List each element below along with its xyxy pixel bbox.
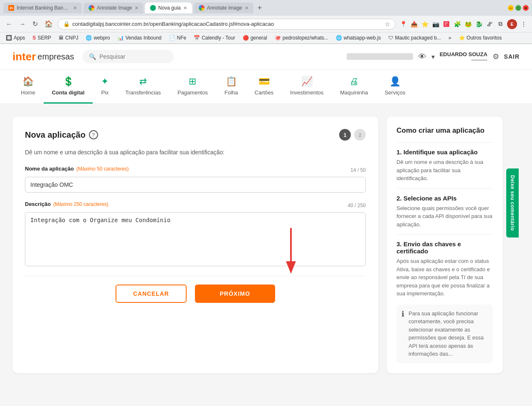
tab-nova-guia[interactable]: Nova guia ✕ [145, 2, 192, 13]
description-label: Descrição (Máximo 250 caracteres) [25, 201, 108, 207]
nav-item-folha[interactable]: 📋 Folha [216, 69, 246, 104]
nav-item-cartoes[interactable]: 💳 Cartões [246, 69, 282, 104]
bookmark-vendas[interactable]: 📊 Vendas Inbound [116, 34, 163, 42]
address-bar[interactable]: 🔒 contadigitalpj.bancointer.com.br/openB… [58, 19, 396, 30]
nav-label-folha: Folha [224, 89, 238, 96]
header-right: 👁 ▾ EDUARDO SOUZA •••••••••• ⚙ SAIR [347, 51, 520, 62]
feedback-tab[interactable]: Deixe seu comentário [506, 168, 519, 238]
tab-close-annotate2[interactable]: ✕ [245, 5, 249, 11]
search-input[interactable] [99, 53, 158, 60]
nav-label-pix: Pix [101, 89, 108, 96]
bookmark-webpro[interactable]: 🌐 webpro [84, 34, 111, 42]
nav-label-investimentos: Investimentos [290, 89, 323, 96]
pagamentos-icon: ⊞ [189, 76, 196, 87]
tab-favicon-nova [150, 5, 156, 11]
home-nav-button[interactable]: 🏠 [43, 18, 54, 30]
tab-close-nova[interactable]: ✕ [183, 5, 187, 11]
bookmark-nfe[interactable]: 📄 NFe [167, 34, 188, 42]
nav-item-transferencias[interactable]: ⇄ Transferências [117, 69, 169, 104]
description-textarea[interactable]: Integração com o Organize meu Condomínio [25, 212, 366, 266]
extension1-icon[interactable]: 🧩 [453, 20, 461, 28]
extension3-icon[interactable]: 🐉 [475, 20, 483, 28]
cnpj-favicon: 🏛 [59, 35, 64, 41]
sidebar-step-3-title: 3. Envio das chaves e certificado [397, 240, 493, 255]
extension4-icon[interactable]: 🖇 [485, 20, 494, 28]
tab-favicon-annotate2 [199, 5, 204, 11]
user-sub: •••••••••• [440, 57, 488, 62]
app-name-char-count: 14 / 50 [350, 167, 366, 173]
maximize-button[interactable]: □ [515, 5, 521, 11]
tab-annotate-image-1[interactable]: Annotate Image ✕ [84, 2, 143, 13]
chevron-down-icon[interactable]: ▾ [431, 53, 435, 61]
close-button[interactable]: ✕ [523, 5, 529, 11]
tab-close-internet[interactable]: ✕ [73, 5, 77, 11]
bookmark-more[interactable]: » [447, 34, 453, 42]
bookmark-cnpj[interactable]: 🏛 CNPJ [57, 34, 80, 42]
folha-icon: 📋 [226, 76, 237, 87]
tab-favicon-inter: in [8, 5, 14, 11]
bookmark-serp[interactable]: S SERP [31, 34, 53, 42]
nav-label-conta: Conta digital [52, 89, 85, 96]
nfe-label: NFe [177, 35, 187, 41]
nav-item-servicos[interactable]: 👤 Serviços [376, 69, 414, 104]
sidebar-step-2-title: 2. Selecione as APIs [397, 195, 493, 202]
new-tab-button[interactable]: + [255, 4, 265, 12]
webpro-label: webpro [94, 35, 110, 41]
bookmark-whatsapp[interactable]: 🌐 whatsapp-web.js [334, 34, 382, 42]
tab-internet-banking[interactable]: in Internet Banking Banco Inter ✕ [3, 2, 82, 13]
nav-item-pagamentos[interactable]: ⊞ Pagamentos [169, 69, 216, 104]
cancel-button[interactable]: CANCELAR [116, 285, 187, 303]
bookmark-mautic[interactable]: 🛡 Mautic packaged b... [387, 34, 443, 42]
outros-favicon: ⭐ [459, 35, 465, 41]
nav-label-maquininha: Maquininha [340, 89, 368, 96]
extension2-icon[interactable]: 🐸 [464, 20, 472, 28]
settings-icon[interactable]: ⚙ [493, 52, 499, 61]
location-icon[interactable]: 📍 [399, 20, 407, 28]
profile-avatar[interactable]: E [507, 19, 517, 29]
toggle-visibility-icon[interactable]: 👁 [418, 52, 426, 62]
step-dot-2: 2 [354, 129, 366, 141]
bookmark-apps[interactable]: 🔲 Apps [4, 34, 27, 42]
back-button[interactable]: ← [4, 19, 14, 30]
share-icon[interactable]: 📤 [410, 20, 418, 28]
logout-button[interactable]: SAIR [504, 53, 520, 60]
pocket-icon[interactable]: 🅿 [442, 20, 451, 28]
app-name-input[interactable] [25, 177, 366, 193]
nav-item-investimentos[interactable]: 📈 Investimentos [282, 69, 332, 104]
sidebar-step-2-text: Selecione quais permissões você quer for… [397, 204, 493, 229]
nav-item-maquininha[interactable]: 🖨 Maquininha [332, 69, 376, 104]
reload-button[interactable]: ↻ [31, 18, 39, 30]
bookmark-star-icon[interactable]: ☆ [385, 21, 390, 27]
sidebar-card: Como criar uma aplicação 1. Identifique … [387, 116, 503, 373]
nav-item-conta[interactable]: 💲 Conta digital [44, 69, 93, 104]
bookmark-calendly[interactable]: 📅 Calendly - Tour [192, 34, 236, 42]
next-button[interactable]: PRÓXIMO [195, 285, 275, 303]
menu-icon[interactable]: ⋮ [520, 20, 528, 28]
instagram-icon[interactable]: 📷 [431, 20, 440, 28]
bookmark-pedroslopez[interactable]: 🐙 pedroslopez/whats... [273, 34, 330, 42]
extensions-icon[interactable]: ⧉ [496, 20, 505, 28]
tab-close-annotate1[interactable]: ✕ [135, 5, 138, 11]
form-card: Nova aplicação ? 1 2 Dê um nome e uma de… [12, 116, 378, 373]
minimize-button[interactable]: ─ [508, 5, 514, 11]
help-icon[interactable]: ? [89, 130, 98, 139]
info-icon: ℹ [401, 309, 404, 358]
sidebar-divider-3 [397, 234, 493, 235]
tab-annotate-image-2[interactable]: Annotate Image ✕ [194, 2, 254, 13]
step-dot-1: 1 [339, 129, 351, 141]
search-box[interactable]: 🔍 [82, 50, 174, 63]
nav-item-pix[interactable]: ✦ Pix [93, 69, 117, 104]
home-nav-icon: 🏠 [22, 76, 34, 87]
step-indicators: 1 2 [339, 129, 366, 141]
forward-button[interactable]: → [17, 19, 27, 30]
bookmark-general[interactable]: 🔴 general [241, 34, 269, 42]
bookmark-outros[interactable]: ⭐ Outros favoritos [457, 34, 504, 42]
sidebar-step-1-title: 1. Identifique sua aplicação [397, 149, 493, 156]
nav-label-transferencias: Transferências [125, 89, 161, 96]
servicos-icon: 👤 [389, 76, 401, 87]
sidebar-step-3-text: Após sua aplicação estar com o status At… [397, 257, 493, 298]
star-icon[interactable]: ⭐ [421, 20, 429, 28]
card-title: Nova aplicação [25, 130, 86, 140]
browser-chrome: in Internet Banking Banco Inter ✕ Annota… [0, 0, 532, 44]
nav-item-home[interactable]: 🏠 Home [12, 69, 44, 104]
